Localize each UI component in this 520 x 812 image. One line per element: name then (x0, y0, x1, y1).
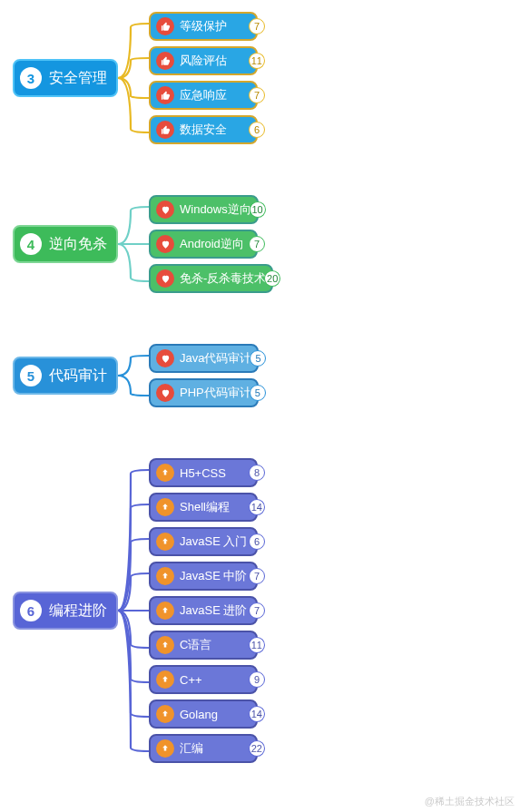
child-count: 6 (249, 122, 265, 138)
thumb-up-icon (156, 86, 174, 104)
child-count: 11 (249, 637, 265, 653)
child-count: 7 (249, 87, 265, 103)
thumb-up-icon (156, 121, 174, 139)
child-label: H5+CSS (180, 466, 226, 480)
watermark: @稀土掘金技术社区 (425, 795, 515, 808)
connector (118, 341, 149, 410)
root-label: 编程进阶 (49, 602, 107, 621)
arrow-up-icon (156, 533, 174, 551)
child-label: 应急响应 (180, 87, 227, 103)
child-count: 5 (250, 385, 266, 401)
heart-icon (156, 384, 174, 402)
child-node-windows-reverse[interactable]: Windows逆向 10 (149, 195, 259, 224)
children: H5+CSS 8 Shell编程 14 JavaSE 入门 6 JavaSE 中… (149, 458, 258, 763)
section-reverse-evasion: 4 逆向免杀 Windows逆向 10 Android逆向 7 (13, 192, 520, 296)
child-label: JavaSE 中阶 (180, 568, 247, 584)
root-node-5[interactable]: 5 代码审计 (13, 357, 118, 395)
child-node-av-evasion[interactable]: 免杀-反杀毒技术 20 (149, 264, 273, 293)
child-count: 11 (249, 53, 265, 69)
child-label: 数据安全 (180, 122, 227, 138)
child-node-risk-assessment[interactable]: 风险评估 11 (149, 46, 258, 75)
heart-icon (156, 349, 174, 367)
child-node-c-lang[interactable]: C语言 11 (149, 631, 258, 660)
child-node-javase-basic[interactable]: JavaSE 入门 6 (149, 527, 258, 556)
child-label: Android逆向 (180, 236, 244, 252)
child-label: 汇编 (180, 740, 203, 757)
section-code-audit: 5 代码审计 Java代码审计 5 PHP代码审计 5 (13, 341, 520, 410)
child-label: 等级保护 (180, 18, 227, 34)
child-label: JavaSE 入门 (180, 533, 247, 550)
child-count: 7 (249, 18, 265, 34)
root-node-6[interactable]: 6 编程进阶 (13, 592, 118, 630)
child-label: 免杀-反杀毒技术 (180, 270, 266, 287)
root-number: 4 (20, 233, 42, 255)
child-count: 8 (249, 465, 265, 481)
child-label: Shell编程 (180, 499, 230, 515)
child-node-assembly[interactable]: 汇编 22 (149, 734, 258, 763)
child-label: Golang (180, 708, 218, 721)
child-label: PHP代码审计 (180, 385, 251, 401)
child-label: C++ (180, 673, 202, 687)
child-count: 10 (250, 201, 266, 218)
arrow-up-icon (156, 602, 174, 620)
arrow-up-icon (156, 636, 174, 654)
root-label: 安全管理 (49, 69, 107, 88)
root-label: 逆向免杀 (49, 235, 107, 254)
thumb-up-icon (156, 17, 174, 35)
child-label: 风险评估 (180, 53, 227, 69)
arrow-up-icon (156, 670, 174, 689)
child-label: JavaSE 进阶 (180, 602, 247, 619)
root-node-4[interactable]: 4 逆向免杀 (13, 225, 118, 263)
child-node-android-reverse[interactable]: Android逆向 7 (149, 230, 258, 259)
root-node-3[interactable]: 3 安全管理 (13, 59, 118, 97)
root-label: 代码审计 (49, 367, 107, 386)
child-label: C语言 (180, 637, 211, 653)
child-node-h5-css[interactable]: H5+CSS 8 (149, 458, 258, 487)
arrow-up-icon (156, 739, 174, 758)
child-node-shell[interactable]: Shell编程 14 (149, 493, 258, 522)
child-label: Windows逆向 (180, 201, 251, 218)
child-node-java-audit[interactable]: Java代码审计 5 (149, 344, 259, 373)
arrow-up-icon (156, 464, 174, 482)
connector (118, 9, 149, 147)
child-count: 14 (249, 706, 265, 722)
child-count: 5 (250, 350, 266, 367)
root-number: 6 (20, 600, 42, 621)
children: Java代码审计 5 PHP代码审计 5 (149, 344, 259, 407)
child-count: 6 (249, 533, 265, 550)
mindmap: 3 安全管理 等级保护 7 风险评估 11 (0, 0, 520, 766)
children: Windows逆向 10 Android逆向 7 免杀-反杀毒技术 20 (149, 195, 273, 293)
child-node-javase-mid[interactable]: JavaSE 中阶 7 (149, 562, 258, 591)
child-node-data-security[interactable]: 数据安全 6 (149, 115, 258, 144)
arrow-up-icon (156, 498, 174, 516)
child-count: 7 (249, 236, 265, 252)
child-node-php-audit[interactable]: PHP代码审计 5 (149, 378, 259, 407)
child-node-incident-response[interactable]: 应急响应 7 (149, 81, 258, 110)
connector (118, 455, 149, 766)
child-count: 7 (249, 568, 265, 584)
child-count: 7 (249, 602, 265, 619)
heart-icon (156, 269, 174, 288)
arrow-up-icon (156, 567, 174, 585)
child-label: Java代码审计 (180, 350, 251, 367)
child-node-golang[interactable]: Golang 14 (149, 699, 258, 729)
root-number: 5 (20, 365, 42, 386)
child-node-level-protection[interactable]: 等级保护 7 (149, 12, 258, 41)
heart-icon (156, 201, 174, 219)
thumb-up-icon (156, 52, 174, 70)
child-count: 22 (249, 740, 265, 757)
child-count: 14 (249, 499, 265, 515)
arrow-up-icon (156, 705, 174, 723)
children: 等级保护 7 风险评估 11 应急响应 7 数据安全 6 (149, 12, 258, 144)
connector (118, 192, 149, 296)
heart-icon (156, 235, 174, 253)
child-count: 9 (249, 671, 265, 688)
child-node-javase-adv[interactable]: JavaSE 进阶 7 (149, 596, 258, 625)
child-node-cpp[interactable]: C++ 9 (149, 665, 258, 694)
child-count: 20 (264, 270, 280, 287)
section-security-management: 3 安全管理 等级保护 7 风险评估 11 (13, 9, 520, 147)
section-programming-advanced: 6 编程进阶 H5+CSS 8 (13, 455, 520, 766)
root-number: 3 (20, 67, 42, 89)
